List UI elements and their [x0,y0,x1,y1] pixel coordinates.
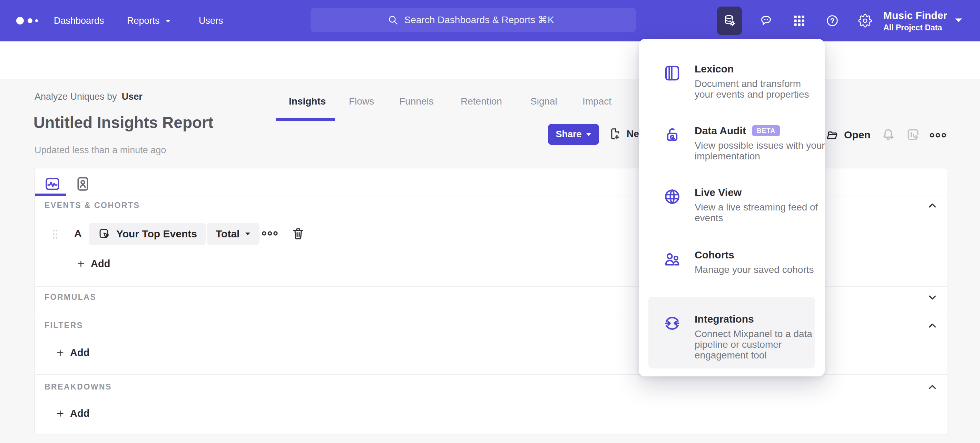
collapse-events-chevron-up-icon[interactable] [926,199,939,212]
feedback-button[interactable] [759,14,773,28]
nav-reports-label: Reports [127,16,160,26]
menu-item-title: Data Audit [695,124,746,137]
analyze-prefix-label: Analyze Uniques by [35,91,117,102]
nav-dashboards[interactable]: Dashboards [54,16,104,26]
add-to-board-button[interactable] [905,127,921,143]
tab-profiles-view[interactable] [74,175,91,192]
ellipsis-icon [930,132,946,139]
menu-item-live-view[interactable]: Live View View a live streaming feed of … [663,186,833,223]
help-icon: ? [826,14,839,28]
search-icon [387,14,399,26]
event-options-button[interactable] [262,230,278,238]
plus-icon [56,409,65,418]
pulse-chart-icon [44,175,61,192]
event-name: Your Top Events [116,228,197,240]
database-gear-icon [722,14,737,28]
event-cursor-icon [98,227,111,240]
menu-item-title: Lexicon [695,62,733,76]
menu-item-description: View possible issues with your implement… [695,140,833,162]
data-management-button[interactable] [717,6,742,35]
tab-signal[interactable]: Signal [530,96,557,107]
event-selector[interactable]: Your Top Events [89,223,206,245]
page-title[interactable]: Untitled Insights Report [33,113,213,132]
menu-item-data-audit[interactable]: Data Audit BETA View possible issues wit… [663,124,833,162]
aggregation-value: Total [216,228,239,240]
project-name: Music Finder [883,9,947,22]
new-document-plus-icon [608,127,622,141]
share-button[interactable]: Share [548,124,599,145]
plus-icon [76,259,86,268]
top-nav-bar: Dashboards Reports Users [0,0,980,41]
ellipsis-icon [262,230,278,237]
updated-timestamp: Updated less than a minute ago [35,145,166,156]
tab-flows[interactable]: Flows [349,96,374,107]
data-management-menu: Lexicon Document and transform your even… [639,39,825,376]
add-filter-button[interactable]: Add [56,347,89,359]
delete-event-button[interactable] [291,226,305,242]
add-breakdown-button[interactable]: Add [56,408,89,419]
mixpanel-logo-icon[interactable] [14,14,43,29]
app-window: Dashboards Reports Users [0,0,980,443]
trash-icon [291,226,305,241]
filters-section-label: FILTERS [45,321,83,330]
collapse-filters-chevron-up-icon[interactable] [926,319,939,332]
nav-users[interactable]: Users [199,16,223,26]
cohorts-people-icon [663,250,681,268]
profile-card-icon [74,175,91,192]
globe-icon [663,187,681,206]
aggregation-selector[interactable]: Total [207,223,259,245]
events-section-label: EVENTS & COHORTS [45,201,140,210]
series-letter: A [74,228,82,240]
menu-item-title: Live View [695,186,741,199]
help-button[interactable]: ? [826,14,839,28]
menu-item-integrations[interactable]: Integrations Connect Mixpanel to a data … [663,313,821,360]
active-tab-underline [276,118,335,121]
tab-retention[interactable]: Retention [461,96,502,107]
integrations-sync-icon [663,314,681,333]
new-report-button[interactable]: Ne [608,127,639,141]
tab-funnels[interactable]: Funnels [399,96,434,107]
tab-impact[interactable]: Impact [582,96,611,107]
analyze-value-selector[interactable]: User [122,91,143,102]
svg-text:?: ? [830,17,835,24]
chevron-down-icon[interactable] [955,18,963,24]
plus-icon [56,348,65,357]
create-alert-button[interactable] [881,127,896,143]
add-label: Add [70,408,89,419]
chevron-down-icon [586,133,592,136]
breadcrumb: Analyze Uniques by User [35,91,143,102]
project-switcher[interactable]: Music Finder All Project Data [883,9,947,33]
share-label: Share [555,129,581,140]
menu-item-cohorts[interactable]: Cohorts Manage your saved cohorts [663,248,833,275]
search-input[interactable] [404,14,560,25]
nav-users-label: Users [199,16,223,26]
drag-handle[interactable] [51,229,59,241]
lexicon-book-icon [663,64,681,83]
tab-metrics-view[interactable] [44,175,61,192]
collapse-breakdowns-chevron-up-icon[interactable] [926,381,939,393]
settings-button[interactable] [858,14,872,28]
tab-insights[interactable]: Insights [289,96,326,107]
formulas-section-label: FORMULAS [45,292,96,302]
add-event-button[interactable]: Add [76,258,110,270]
beta-badge: BETA [752,125,780,136]
open-label: Open [844,129,870,141]
new-report-label: Ne [627,129,639,140]
add-label: Add [70,347,89,359]
active-view-underline [35,194,66,196]
menu-item-lexicon[interactable]: Lexicon Document and transform your even… [663,62,815,100]
global-search[interactable] [310,8,636,32]
bell-plus-icon [881,127,896,142]
menu-item-description: View a live streaming feed of events [695,202,833,223]
project-scope: All Project Data [883,22,947,33]
grid-icon [792,14,806,28]
breakdowns-section-label: BREAKDOWNS [45,382,112,392]
report-tabs-bar: Insights Flows Funnels Retention Signal … [0,41,980,79]
chevron-down-icon [165,19,171,23]
apps-grid-button[interactable] [792,14,806,28]
nav-dashboards-label: Dashboards [54,16,104,26]
menu-item-title: Cohorts [695,248,734,262]
more-actions-button[interactable] [930,132,946,140]
nav-reports[interactable]: Reports [127,16,171,26]
expand-formulas-chevron-down-icon[interactable] [926,291,939,303]
